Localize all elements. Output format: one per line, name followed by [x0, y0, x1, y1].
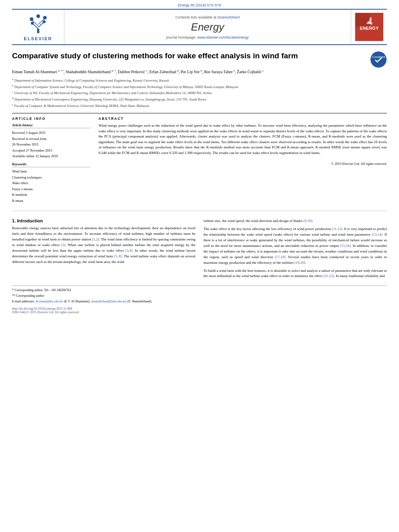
energy-logo-area: ENERGY	[351, 10, 387, 44]
svg-point-7	[31, 22, 33, 25]
ref-5-8: [5–8]	[114, 254, 122, 258]
body-content-area: 1. Introduction Renewable energy sources…	[0, 214, 399, 286]
article-content-area: Comparative study of clustering methods …	[0, 45, 399, 207]
received-revised-date: 26 November 2015	[12, 142, 90, 147]
abstract-text: Wind energy poses challenges such as the…	[99, 123, 387, 166]
footnote-corresponding-1: * Corresponding author. Tel.: +60 146266…	[12, 288, 387, 293]
footnotes-area: * Corresponding author. Tel.: +60 146266…	[12, 286, 387, 304]
keyword-2: Clustering techniques	[12, 175, 90, 180]
ref-13-14: [13,14]	[372, 232, 382, 236]
affiliation-b-text: b Department of Computer System and Tech…	[12, 84, 238, 90]
keywords-label: Keywords:	[12, 162, 90, 167]
svg-point-5	[29, 17, 33, 21]
homepage-line: journal homepage: www.elsevier.com/locat…	[166, 35, 249, 39]
keyword-6: K-mean	[12, 198, 90, 203]
ref-3: [3]	[61, 243, 66, 247]
contents-available-line: Contents lists available at ScienceDirec…	[175, 15, 240, 19]
affiliations-area: a Department of Information Science, Col…	[12, 77, 387, 108]
section-name: Introduction	[17, 218, 43, 223]
title-crossmark-area: Comparative study of clustering methods …	[12, 51, 387, 69]
abstract-copyright: © 2015 Elsevier Ltd. All rights reserved…	[99, 161, 387, 166]
ref-1-2: [1,2]	[92, 237, 99, 241]
affiliation-c: c University of Niš, Faculty of Mechanic…	[12, 90, 387, 96]
right-para-1: turbine size, the wind speed, the wind d…	[204, 218, 387, 224]
abstract-body: Wind energy poses challenges such as the…	[99, 123, 387, 155]
available-date: Available online 12 January 2016	[12, 153, 90, 159]
ref-17-18: [17,18]	[275, 255, 285, 259]
journal-center-header: Contents lists available at ScienceDirec…	[64, 10, 351, 44]
doi-link[interactable]: http://dx.doi.org/10.1016/j.energy.2015.…	[12, 307, 387, 310]
affiliation-e-text: e Faculty of Computer & Mathematical Sci…	[12, 103, 149, 109]
keyword-3: Wake effect	[12, 180, 90, 186]
page: Energy 95 (2016) 573–579	[0, 0, 399, 532]
ref-9-10: [9,10]	[303, 219, 312, 223]
journal-header-bar: ELSEVIER Contents lists available at Sci…	[12, 9, 387, 45]
author-6: Ros Suraya Taher e	[204, 70, 234, 74]
doi-area: http://dx.doi.org/10.1016/j.energy.2015.…	[0, 305, 399, 315]
footnote-corresponding-2: ** Corresponding author	[12, 294, 387, 298]
intro-para-1: Renewable energy sources have attracted …	[12, 226, 195, 265]
doi-copyright: 0360-5442/© 2015 Elsevier Ltd. All right…	[12, 310, 387, 314]
contents-prefix: Contents lists available at	[175, 15, 216, 19]
received-date: Received 3 August 2015	[12, 130, 90, 136]
email-2-author: (S. Shamshirband).	[128, 300, 152, 303]
footnote-email: E-mail addresses: dr.eiman@ku.edu.kw (E.…	[12, 299, 387, 304]
author-1: Eiman Tamah Al-Shammari a, **	[12, 70, 64, 74]
svg-text:ENERGY: ENERGY	[360, 26, 378, 31]
journal-citation: Energy 95 (2016) 573–579	[0, 0, 399, 9]
article-info-abstract-area: ARTICLE INFO Article history: Received 3…	[12, 113, 387, 203]
abstract-column: ABSTRACT Wind energy poses challenges su…	[99, 117, 387, 203]
email-1-author: (E.T. Al-Shammari),	[64, 300, 90, 303]
keyword-5: K-medoids	[12, 192, 90, 197]
email-1-link[interactable]: dr.eiman@ku.edu.kw	[36, 300, 63, 303]
sciencedirect-link[interactable]: ScienceDirect	[218, 15, 240, 19]
svg-point-13	[370, 51, 387, 68]
author-2: Shahaboddin Shamshirband b, *	[66, 70, 116, 74]
svg-rect-11	[355, 13, 369, 27]
affiliation-a: a Department of Information Science, Col…	[12, 77, 387, 83]
svg-line-2	[38, 22, 44, 27]
received-revised-label: Received in revised form	[12, 136, 90, 142]
ref-11-12: [11,12]	[332, 227, 342, 231]
elsevier-logo: ELSEVIER	[24, 13, 52, 41]
svg-text:CrossMark: CrossMark	[372, 55, 385, 58]
right-para-2: The wake effect is the key factor affect…	[204, 226, 387, 266]
author-3: Dalibor Petković c	[118, 70, 148, 74]
email-2-link[interactable]: shamshirband@um.edu.my	[91, 300, 127, 303]
body-left-column: 1. Introduction Renewable energy sources…	[12, 218, 195, 281]
author-5: Por Lip Yee b	[181, 70, 202, 74]
crossmark-badge: CrossMark	[370, 51, 387, 69]
elsevier-logo-area: ELSEVIER	[12, 10, 64, 44]
article-title: Comparative study of clustering methods …	[12, 51, 366, 61]
abstract-heading: ABSTRACT	[99, 117, 387, 121]
affiliation-b: b Department of Computer System and Tech…	[12, 84, 387, 90]
author-4: Erfan Zalnezhad d	[150, 70, 179, 74]
article-title-section: Comparative study of clustering methods …	[12, 51, 366, 66]
ref-19-20: [19,20]	[294, 261, 305, 265]
affiliation-d: d Department of Mechanical Convergence E…	[12, 96, 387, 102]
email-label: E-mail addresses:	[12, 300, 35, 303]
ref-15-16: [15,16]	[340, 244, 350, 248]
svg-line-1	[33, 23, 38, 29]
section-number: 1.	[12, 218, 16, 223]
elsevier-tree-icon	[26, 13, 50, 35]
affiliation-a-text: a Department of Information Science, Col…	[12, 77, 169, 83]
energy-logo-icon: ENERGY	[355, 13, 383, 41]
energy-journal-logo: ENERGY	[355, 13, 383, 41]
svg-rect-0	[37, 29, 39, 33]
journal-citation-text: Energy 95 (2016) 573–579	[178, 3, 221, 7]
svg-point-6	[43, 16, 46, 19]
right-para-3: To build a wind farm with the best featu…	[204, 268, 387, 279]
introduction-paragraph-1: Renewable energy sources have attracted …	[12, 226, 195, 265]
affiliation-c-text: c University of Niš, Faculty of Mechanic…	[12, 90, 212, 96]
journal-title: Energy	[191, 21, 224, 33]
article-history-label: Article history:	[12, 123, 90, 128]
svg-point-8	[43, 20, 45, 23]
author-7: Žarko Ćojbašić c	[237, 70, 264, 74]
elsevier-wordmark: ELSEVIER	[24, 36, 52, 41]
crossmark-icon: CrossMark	[370, 51, 387, 68]
ref-21-22: [21,22]	[323, 274, 334, 278]
ref-3-4: [3,4]	[125, 249, 132, 253]
homepage-link[interactable]: www.elsevier.com/locate/energy	[197, 35, 249, 39]
homepage-prefix: journal homepage:	[166, 35, 196, 39]
